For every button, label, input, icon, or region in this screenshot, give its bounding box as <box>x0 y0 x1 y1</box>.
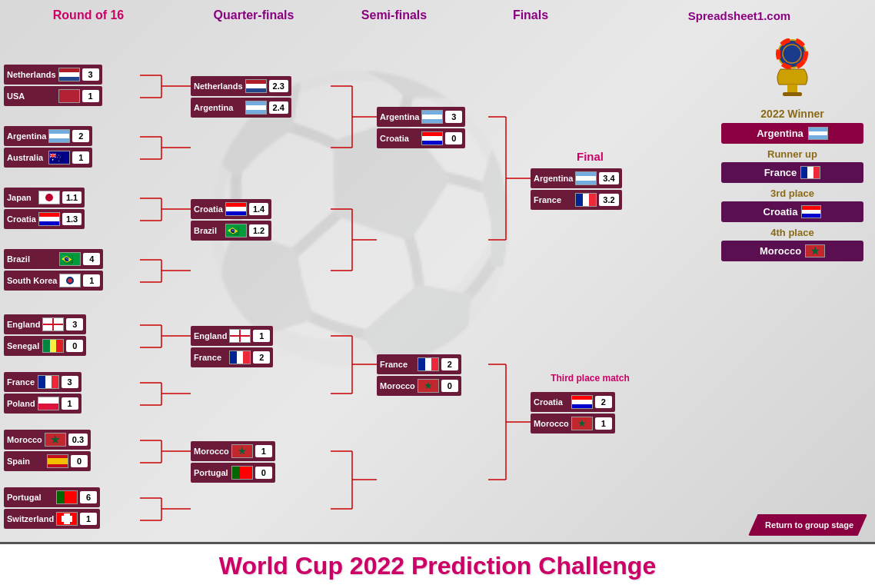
third-flag-morocco <box>571 417 593 430</box>
bottom-title: World Cup 2022 Prediction Challenge <box>219 552 656 580</box>
flag-portugal <box>56 490 78 504</box>
qf-match-3: England 1 France 2 <box>191 326 273 367</box>
header-r16: Round of 16 <box>0 8 177 22</box>
qf-team-croatia: Croatia 1.4 <box>191 199 271 219</box>
right-panel: 2022 Winner Argentina Runner up France 3… <box>721 38 863 261</box>
final-flag-argentina <box>575 171 597 185</box>
r16-team-japan: Japan 1.1 <box>4 188 85 208</box>
flag-england <box>42 317 64 331</box>
header-row: Round of 16 Quarter-finals Semi-finals F… <box>0 0 875 31</box>
r16-match-2: Argentina 2 Australia 🇦🇺 1 <box>4 126 92 168</box>
qf-match-1: Netherlands 2.3 Argentina 2.4 <box>191 76 291 118</box>
qf-flag-croatia <box>225 202 247 216</box>
winner-year-label: 2022 Winner <box>721 108 863 120</box>
final-team-argentina: Argentina 3.4 <box>531 168 622 188</box>
r16-team-croatia: Croatia 1.3 <box>4 209 85 229</box>
r16-match-4: Brazil 🇧🇷 4 South Korea 1 <box>4 249 103 291</box>
sf-team-croatia: Croatia 0 <box>377 128 465 148</box>
third-place-results-label: 3rd place <box>721 188 863 199</box>
r16-match-1: Netherlands 3 USA 1 <box>4 65 102 106</box>
fourth-place-badge: Morocco <box>721 241 863 261</box>
r16-match-8: Portugal 6 Switzerland 1 <box>4 487 100 529</box>
sf-team-morocco: Morocco 0 <box>377 376 461 396</box>
r16-match-6: France 3 Poland 1 <box>4 372 82 414</box>
third-flag-croatia <box>571 395 593 409</box>
r16-team-poland: Poland 1 <box>4 394 82 414</box>
sf-flag-argentina <box>421 110 443 124</box>
flag-poland <box>38 397 59 410</box>
r16-team-brazil: Brazil 🇧🇷 4 <box>4 249 103 269</box>
third-team-morocco: Morocco 1 <box>531 414 615 434</box>
final-label: Final <box>531 150 650 163</box>
qf-flag-portugal <box>231 466 253 480</box>
runner-up-label: Runner up <box>721 148 863 160</box>
flag-australia: 🇦🇺 <box>48 151 70 164</box>
header-site: Spreadsheet1.com <box>604 9 875 22</box>
sf-team-france: France 2 <box>377 354 461 374</box>
third-place-flag <box>801 205 821 218</box>
final-match: Argentina 3.4 France 3.2 <box>531 168 622 210</box>
r16-team-australia: Australia 🇦🇺 1 <box>4 148 92 168</box>
qf-flag-england <box>229 329 251 343</box>
trophy-icon <box>764 38 821 104</box>
r16-team-portugal: Portugal 6 <box>4 487 100 507</box>
flag-argentina <box>48 129 70 143</box>
sf-match-1: Argentina 3 Croatia 0 <box>377 107 465 148</box>
winner-flag <box>808 127 828 140</box>
runner-up-badge: France <box>721 162 863 183</box>
header-qf: Quarter-finals <box>177 8 331 22</box>
flag-spain <box>47 454 68 468</box>
header-sf: Semi-finals <box>331 8 457 22</box>
final-flag-france <box>575 193 597 207</box>
qf-team-portugal: Portugal 0 <box>191 463 275 483</box>
winner-badge: Argentina <box>721 123 863 144</box>
r16-team-south-korea: South Korea 1 <box>4 271 103 291</box>
qf-flag-brazil: 🇧🇷 <box>225 224 247 238</box>
r16-team-england: England 3 <box>4 314 86 334</box>
third-place-label: Third place match <box>531 373 650 384</box>
flag-croatia <box>38 212 60 226</box>
flag-france <box>38 375 59 389</box>
third-place-match: Croatia 2 Morocco 1 <box>531 392 615 434</box>
qf-team-england: England 1 <box>191 326 273 346</box>
fourth-place-flag <box>805 244 825 257</box>
r16-team-usa: USA 1 <box>4 86 102 106</box>
qf-flag-france <box>229 350 251 364</box>
third-place-badge: Croatia <box>721 201 863 222</box>
flag-netherlands <box>58 68 80 81</box>
flag-morocco <box>45 433 66 447</box>
flag-south-korea <box>59 274 81 287</box>
flag-senegal <box>42 339 64 353</box>
qf-match-4: Morocco 1 Portugal 0 <box>191 441 275 483</box>
sf-flag-croatia <box>421 131 443 145</box>
qf-team-netherlands: Netherlands 2.3 <box>191 76 291 96</box>
r16-team-senegal: Senegal 0 <box>4 336 86 356</box>
runner-up-flag <box>800 166 820 179</box>
flag-brazil: 🇧🇷 <box>59 252 81 266</box>
fourth-place-label: 4th place <box>721 227 863 238</box>
flag-switzerland <box>56 512 78 526</box>
r16-match-3: Japan 1.1 Croatia 1.3 <box>4 188 85 229</box>
flag-usa <box>58 89 80 103</box>
qf-team-brazil: Brazil 🇧🇷 1.2 <box>191 221 271 241</box>
r16-team-argentina: Argentina 2 <box>4 126 92 146</box>
qf-team-france: France 2 <box>191 347 273 367</box>
sf-match-2: France 2 Morocco 0 <box>377 354 461 396</box>
third-team-croatia: Croatia 2 <box>531 392 615 412</box>
qf-flag-netherlands <box>245 79 267 93</box>
qf-flag-morocco <box>231 444 253 458</box>
header-f: Finals <box>457 8 604 22</box>
svg-rect-60 <box>783 92 802 96</box>
flag-japan <box>38 191 60 204</box>
qf-flag-argentina <box>245 101 267 115</box>
main-container: ⚽ Round of 16 Quarter-finals Semi-finals… <box>0 0 875 588</box>
return-to-group-button[interactable]: Return to group stage <box>748 514 867 536</box>
r16-team-switzerland: Switzerland 1 <box>4 509 100 529</box>
bottom-bar: World Cup 2022 Prediction Challenge <box>0 542 875 588</box>
sf-flag-morocco <box>418 379 439 393</box>
svg-rect-59 <box>787 85 797 92</box>
r16-match-7: Morocco 0.3 Spain 0 <box>4 430 91 471</box>
sf-team-argentina: Argentina 3 <box>377 107 465 127</box>
qf-match-2: Croatia 1.4 Brazil 🇧🇷 1.2 <box>191 199 271 241</box>
sf-flag-france <box>418 357 439 371</box>
